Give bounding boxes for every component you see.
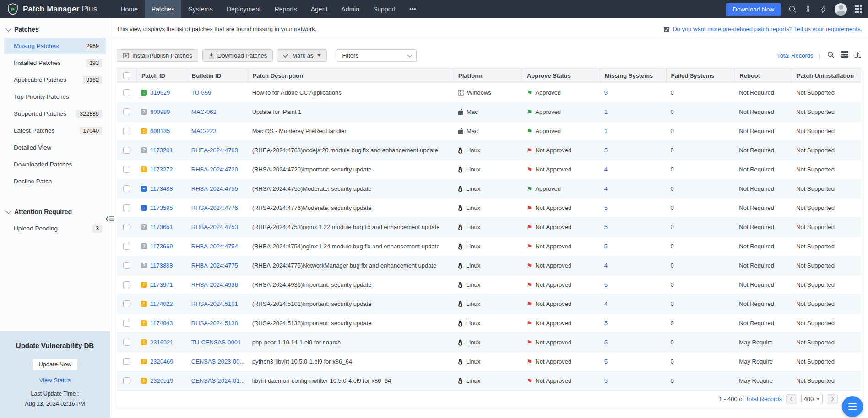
missing-systems-link[interactable]: 5 — [604, 320, 608, 327]
pagination-prev-button[interactable] — [786, 394, 797, 404]
row-checkbox[interactable] — [123, 339, 130, 346]
bulletin-id-link[interactable]: CENSAS-2023-00... — [191, 358, 244, 365]
download-patches-button[interactable]: Download Patches — [202, 49, 273, 62]
missing-systems-link[interactable]: 4 — [604, 166, 608, 173]
nav-item-patches[interactable]: Patches — [145, 0, 182, 18]
row-checkbox[interactable] — [123, 262, 130, 269]
floating-menu-button[interactable] — [842, 396, 863, 417]
total-records-link[interactable]: Total Records — [777, 52, 813, 59]
apps-grid-icon[interactable] — [854, 5, 863, 14]
bulletin-id-link[interactable]: RHSA-2024:4720 — [191, 166, 238, 173]
missing-systems-link[interactable]: 4 — [604, 300, 608, 307]
column-header-platform[interactable]: Platform — [453, 68, 522, 83]
column-header-approve-status[interactable]: Approve Status — [522, 68, 600, 83]
column-header-bulletin-id[interactable]: Bulletin ID — [187, 68, 248, 83]
bulletin-id-link[interactable]: CENSAS-2024-01... — [191, 377, 244, 384]
missing-systems-link[interactable]: 5 — [604, 358, 608, 365]
pagination-total-records-link[interactable]: Total Records — [746, 396, 782, 402]
export-icon[interactable] — [854, 51, 861, 60]
missing-systems-link[interactable]: 5 — [604, 243, 608, 250]
sidebar-item-installed-patches[interactable]: Installed Patches193 — [4, 54, 106, 71]
page-size-dropdown[interactable]: 400 — [801, 394, 823, 404]
nav-item-deployment[interactable]: Deployment — [220, 0, 268, 18]
download-now-button[interactable]: Download Now — [726, 3, 781, 16]
nav-item-admin[interactable]: Admin — [334, 0, 366, 18]
bulletin-id-link[interactable]: MAC-062 — [191, 108, 217, 115]
nav-item-agent[interactable]: Agent — [304, 0, 335, 18]
sidebar-collapse-icon[interactable] — [105, 214, 115, 224]
sidebar-item-upload-pending[interactable]: Upload Pending3 — [4, 220, 106, 237]
sidebar-section-header[interactable]: Attention Required — [0, 201, 110, 220]
bulletin-id-link[interactable]: RHBA-2024:4754 — [191, 243, 238, 250]
bulletin-id-link[interactable]: TU-659 — [191, 89, 211, 96]
patch-id-link[interactable]: 2320469 — [150, 358, 174, 365]
nav-item-more[interactable]: ••• — [402, 0, 423, 18]
row-checkbox[interactable] — [123, 300, 130, 307]
row-checkbox[interactable] — [123, 204, 130, 211]
row-checkbox[interactable] — [123, 128, 130, 134]
sidebar-item-detailed-view[interactable]: Detailed View — [4, 139, 106, 156]
patch-id-link[interactable]: 319629 — [150, 89, 170, 96]
missing-systems-link[interactable]: 4 — [604, 185, 608, 192]
row-checkbox[interactable] — [123, 166, 130, 173]
patch-id-link[interactable]: 1173669 — [150, 243, 173, 250]
column-header-failed-systems[interactable]: Failed Systems — [666, 68, 735, 83]
column-header-reboot[interactable]: Reboot — [734, 68, 792, 83]
patch-id-link[interactable]: 1173971 — [150, 281, 173, 288]
patch-id-link[interactable]: 1173488 — [150, 185, 173, 192]
search-icon[interactable] — [788, 5, 797, 14]
patch-id-link[interactable]: 1174022 — [150, 300, 173, 307]
view-status-link[interactable]: View Status — [0, 377, 110, 384]
missing-systems-link[interactable]: 9 — [604, 89, 608, 96]
bolt-icon[interactable] — [819, 5, 828, 14]
missing-systems-link[interactable]: 5 — [604, 224, 608, 230]
bulletin-id-link[interactable]: RHSA-2024:5101 — [191, 300, 238, 307]
row-checkbox[interactable] — [123, 108, 130, 115]
bulletin-id-link[interactable]: RHEA-2024:4763 — [191, 147, 238, 154]
column-header-patch-id[interactable]: Patch ID — [136, 68, 187, 83]
brand[interactable]: e Patch Manager Plus — [0, 0, 97, 18]
patch-id-link[interactable]: 1173201 — [150, 147, 173, 154]
filters-dropdown[interactable]: Filters — [336, 49, 417, 62]
row-checkbox[interactable] — [123, 281, 130, 288]
patch-id-link[interactable]: 1173651 — [150, 224, 173, 230]
mark-as-button[interactable]: Mark as — [277, 49, 327, 62]
bulletin-id-link[interactable]: RHSA-2024:4936 — [191, 281, 238, 288]
column-chooser-icon[interactable] — [841, 51, 848, 60]
patch-id-link[interactable]: 1173888 — [150, 262, 173, 269]
sidebar-item-applicable-patches[interactable]: Applicable Patches3162 — [4, 71, 106, 88]
sidebar-item-latest-patches[interactable]: Latest Patches17040 — [4, 122, 106, 139]
row-checkbox[interactable] — [123, 89, 130, 96]
pagination-next-button[interactable] — [827, 394, 838, 404]
sidebar-item-decline-patch[interactable]: Decline Patch — [4, 173, 106, 190]
sidebar-item-top-priority-patches[interactable]: Top-Priority Patches — [4, 88, 106, 105]
sidebar-section-header[interactable]: Patches — [0, 18, 110, 38]
missing-systems-link[interactable]: 5 — [604, 147, 608, 154]
bulletin-id-link[interactable]: RHBA-2024:4775 — [191, 262, 238, 269]
patch-id-link[interactable]: 608135 — [150, 128, 170, 134]
patch-id-link[interactable]: 1173595 — [150, 204, 173, 211]
column-header-patch-uninstallation[interactable]: Patch Uninstallation — [792, 68, 861, 83]
column-header-patch-description[interactable]: Patch Description — [248, 68, 453, 83]
patch-id-link[interactable]: 1174043 — [150, 320, 173, 327]
nav-item-home[interactable]: Home — [114, 0, 144, 18]
row-checkbox[interactable] — [123, 358, 130, 365]
row-checkbox[interactable] — [123, 320, 130, 327]
patch-id-link[interactable]: 600989 — [150, 108, 170, 115]
bulletin-id-link[interactable]: RHBA-2024:4753 — [191, 224, 238, 230]
install-publish-button[interactable]: Install/Publish Patches — [117, 49, 198, 62]
patch-id-link[interactable]: 1173272 — [150, 166, 173, 173]
missing-systems-link[interactable]: 4 — [604, 262, 608, 269]
row-checkbox[interactable] — [123, 243, 130, 250]
nav-item-reports[interactable]: Reports — [268, 0, 304, 18]
update-now-button[interactable]: Update Now — [32, 359, 78, 370]
bulletin-id-link[interactable]: MAC-223 — [191, 128, 217, 134]
missing-systems-link[interactable]: 5 — [604, 204, 608, 211]
row-checkbox[interactable] — [123, 147, 130, 154]
nav-item-support[interactable]: Support — [366, 0, 402, 18]
missing-systems-link[interactable]: 5 — [604, 377, 608, 384]
user-avatar[interactable] — [835, 3, 847, 16]
sidebar-item-supported-patches[interactable]: Supported Patches322885 — [4, 105, 106, 122]
select-all-checkbox[interactable] — [123, 72, 130, 79]
nav-item-systems[interactable]: Systems — [181, 0, 220, 18]
